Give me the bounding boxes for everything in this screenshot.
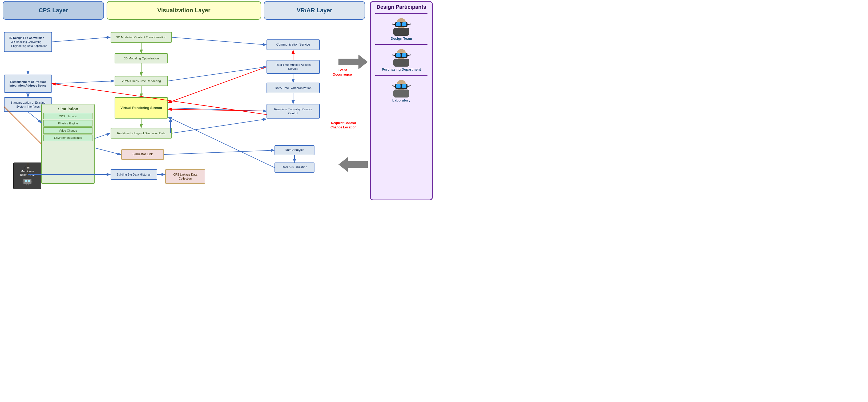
svg-rect-25 (31, 181, 32, 183)
svg-rect-4 (402, 22, 406, 26)
svg-rect-3 (396, 22, 401, 26)
node-n14-text: Data/Time Synchronization (275, 86, 312, 90)
design-participants-panel: Design Participants Design Team (370, 1, 433, 200)
node-3d-modeling-opt: 3D Modeling Optimization (115, 53, 168, 63)
node-n6-text: VR/AR Real-Time Rendering (122, 79, 161, 83)
dp-divider (375, 13, 428, 14)
node-n4-text: 3D Modeling Content Transformation (116, 35, 166, 39)
simulation-container: Simulation CPS Interface Physics Engine … (41, 104, 95, 184)
node-n11-text: CPS Linkage Data Collection (173, 173, 197, 180)
node-twoway-control: Real-time Two-Way Remote Control (267, 104, 320, 119)
svg-marker-28 (338, 55, 368, 69)
sim-value-change: Value Change (43, 127, 92, 134)
sim-cps-interface: CPS Interface (43, 113, 92, 119)
dp-purchasing-label: Purchasing Department (382, 67, 421, 71)
svg-rect-26 (26, 184, 27, 185)
dp-title: Design Participants (377, 4, 426, 10)
node-n7-text: Virtual Rendering Stream (120, 106, 162, 110)
node-data-analysis: Data Analysis (275, 145, 314, 155)
svg-rect-1 (393, 28, 409, 36)
node-n9-text: Simulator Link (132, 152, 153, 157)
node-n13-text: Real-time Multiple Access Service (276, 63, 311, 71)
event-occurrence-label: Event Occurrence (333, 68, 352, 77)
node-3d-design-file-text: 3D Design File Conversion - 3D Modeling … (9, 36, 47, 48)
vis-layer-header: Visualization Layer (106, 1, 261, 20)
svg-line-34 (28, 112, 41, 123)
svg-line-51 (168, 67, 267, 102)
node-n15-text: Real-time Two-Way Remote Control (274, 107, 312, 115)
svg-rect-24 (22, 181, 24, 183)
dp-design-team-label: Design Team (391, 36, 412, 40)
big-arrow-left (338, 157, 368, 173)
event2-text: Request Control Change Location (331, 121, 356, 129)
cps-layer-title: CPS Layer (39, 7, 68, 14)
svg-rect-18 (402, 84, 406, 88)
dp-person-purchasing: Purchasing Department (382, 49, 421, 71)
vrar-layer-title: VR/AR Layer (297, 7, 332, 14)
node-virtual-rendering: Virtual Rendering Stream (115, 97, 168, 119)
node-realtime-access: Real-time Multiple Access Service (267, 60, 320, 74)
svg-line-36 (95, 148, 120, 155)
vis-layer-title: Visualization Layer (157, 7, 211, 14)
sim-title: Simulation (42, 104, 94, 112)
cps-layer-header: CPS Layer (3, 1, 104, 20)
svg-line-19 (392, 86, 395, 86)
svg-line-20 (407, 86, 411, 86)
svg-line-6 (407, 24, 411, 25)
svg-rect-10 (396, 53, 401, 57)
node-vrar-rendering: VR/AR Real-Time Rendering (115, 76, 168, 86)
vrar-layer-header: VR/AR Layer (264, 1, 365, 20)
laboratory-avatar (390, 80, 413, 97)
svg-rect-8 (393, 59, 409, 67)
node-robot: Real Machine or Robot #1 #2 (13, 162, 41, 189)
node-standardization-text: Standardization of Existing System Inter… (11, 101, 45, 109)
sim-env-settings: Environment Settings (43, 134, 92, 141)
svg-line-32 (52, 81, 114, 84)
svg-rect-21 (24, 179, 31, 184)
svg-line-30 (52, 37, 110, 42)
node-n12-text: Communication Service (276, 42, 310, 47)
node-3d-design-file: 3D Design File Conversion - 3D Modeling … (4, 32, 52, 52)
diagram: CPS Layer Visualization Layer VR/AR Laye… (0, 0, 434, 201)
dp-divider3 (375, 75, 428, 76)
node-n8-text: Real-time Linkage of Simulation Data (117, 131, 165, 135)
svg-line-55 (168, 117, 275, 167)
purchasing-avatar (390, 49, 413, 67)
svg-rect-11 (402, 53, 406, 57)
node-big-data: Building Big Data Historian (111, 169, 157, 180)
svg-line-56 (4, 106, 41, 144)
svg-line-35 (95, 133, 110, 138)
svg-marker-29 (338, 157, 368, 172)
svg-rect-17 (396, 84, 401, 88)
event-request-label: Request Control Change Location (331, 121, 356, 129)
event1-text: Event Occurrence (333, 68, 352, 76)
node-comm-service: Communication Service (267, 39, 320, 50)
node-establishment: Establishment of Product Integration Add… (4, 74, 52, 93)
node-data-vis: Data Visualization (275, 162, 314, 173)
dp-laboratory-label: Laboratory (392, 98, 410, 102)
dp-person-design-team: Design Team (390, 18, 413, 40)
svg-line-12 (392, 55, 395, 55)
svg-line-13 (407, 55, 411, 55)
svg-line-48 (164, 150, 274, 155)
node-cps-linkage: CPS Linkage Data Collection (165, 169, 205, 184)
svg-line-43 (172, 37, 266, 45)
design-team-avatar (390, 18, 413, 36)
node-n17-text: Data Visualization (282, 165, 307, 170)
svg-rect-27 (28, 184, 29, 185)
node-robot-text: Real Machine or Robot #1 #2 (20, 166, 35, 177)
node-establishment-text: Establishment of Product Integration Add… (9, 80, 46, 88)
svg-line-52 (168, 109, 267, 111)
svg-rect-22 (25, 180, 27, 182)
node-simulator-link: Simulator Link (121, 149, 164, 160)
svg-rect-23 (28, 180, 30, 182)
node-n16-text: Data Analysis (285, 148, 304, 152)
node-3d-modeling-transform: 3D Modeling Content Transformation (111, 32, 172, 42)
node-datetime-sync: Data/Time Synchronization (267, 83, 320, 93)
sim-physics-engine: Physics Engine (43, 120, 92, 127)
node-n5-text: 3D Modeling Optimization (124, 57, 159, 60)
svg-line-5 (392, 24, 395, 25)
svg-line-45 (168, 108, 266, 111)
node-n10-text: Building Big Data Historian (117, 173, 151, 176)
node-realtime-linkage: Real-time Linkage of Simulation Data (111, 128, 172, 138)
